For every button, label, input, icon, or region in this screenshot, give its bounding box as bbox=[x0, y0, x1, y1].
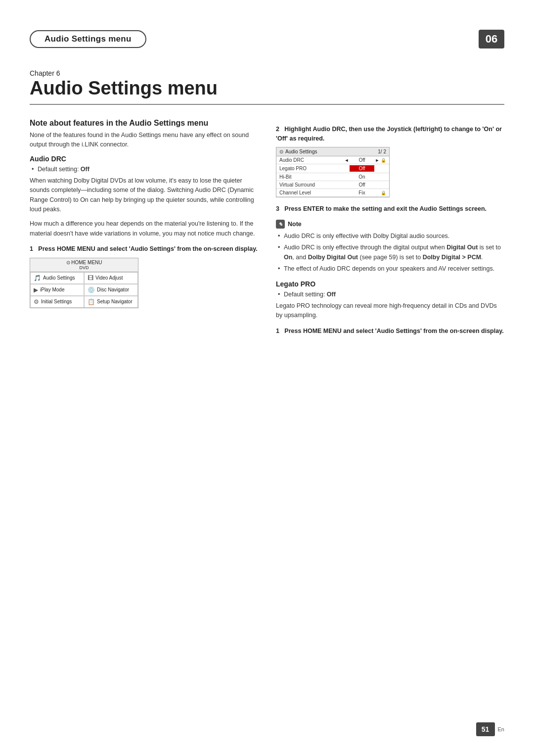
video-adjust-icon: 🎞 bbox=[88, 275, 93, 282]
audio-row-drc-label: Audio DRC bbox=[279, 157, 344, 163]
audio-row-drc-icon: 🔒 bbox=[380, 158, 386, 163]
disc-nav-icon: 💿 bbox=[88, 286, 95, 293]
legato-heading: Legato PRO bbox=[276, 280, 504, 288]
home-menu-subtitle: DVD bbox=[79, 265, 89, 270]
note-icon: ✎ bbox=[276, 220, 285, 229]
step1-heading: 1 Press HOME MENU and select 'Audio Sett… bbox=[30, 244, 258, 254]
page-number: 51 bbox=[476, 722, 495, 736]
menu-grid: 🎵 Audio Settings 🎞 Video Adjust ▶ iPlay … bbox=[30, 272, 138, 308]
legato-default: Default setting: Off bbox=[276, 290, 504, 299]
audio-page-indicator: 1/ 2 bbox=[378, 149, 386, 154]
audio-row-channel-value: Fix bbox=[350, 190, 374, 195]
header-title: Audio Settings menu bbox=[30, 30, 146, 48]
legato-body: Legato PRO technology can reveal more hi… bbox=[276, 301, 504, 321]
audio-settings-screenshot: ⊙ Audio Settings 1/ 2 Audio DRC ◄ Off ► … bbox=[276, 147, 390, 197]
audio-row-legato-label: Legato PRO bbox=[279, 166, 344, 171]
menu-cell-iplay-label: iPlay Mode bbox=[40, 287, 64, 292]
note-header: ✎ Note bbox=[276, 220, 504, 229]
chapter-label: Chapter 6 bbox=[30, 69, 504, 77]
menu-cell-disc-label: Disc Navigator bbox=[97, 287, 129, 292]
note-bullet-2: Audio DRC is only effective through the … bbox=[276, 243, 504, 262]
audio-row-channel-icon: 🔒 bbox=[380, 190, 386, 195]
note-about-body: None of the features found in the Audio … bbox=[30, 131, 258, 150]
initial-settings-icon: ⚙ bbox=[34, 298, 39, 305]
audio-settings-screen-icon: ⊙ bbox=[279, 149, 283, 154]
audio-row-drc-right-arrow: ► bbox=[374, 158, 380, 163]
right-column: 2 Highlight Audio DRC, then use the Joys… bbox=[276, 119, 504, 340]
home-menu-screenshot: ⊙ HOME MENU DVD 🎵 Audio Settings 🎞 Video… bbox=[30, 258, 138, 308]
note-box: ✎ Note Audio DRC is only effective with … bbox=[276, 220, 504, 274]
audio-row-hibit-value: On bbox=[350, 174, 374, 180]
audio-row-virtual-value: Off bbox=[350, 182, 374, 188]
footer: 51 En bbox=[30, 722, 504, 736]
audio-drc-body1: When watching Dolby Digital DVDs at low … bbox=[30, 176, 258, 215]
note-about-heading: Note about features in the Audio Setting… bbox=[30, 119, 258, 128]
left-column: Note about features in the Audio Setting… bbox=[30, 119, 258, 340]
menu-cell-initial-label: Initial Settings bbox=[41, 299, 72, 304]
audio-row-virtual: Virtual Surround Off bbox=[276, 181, 389, 189]
step2-heading: 2 Highlight Audio DRC, then use the Joys… bbox=[276, 125, 504, 143]
audio-row-virtual-label: Virtual Surround bbox=[279, 182, 344, 188]
audio-row-drc-value: Off bbox=[350, 157, 374, 163]
legato-step1: 1 Press HOME MENU and select 'Audio Sett… bbox=[276, 327, 504, 336]
audio-row-channel: Channel Level Fix 🔒 bbox=[276, 189, 389, 197]
menu-cell-video-adjust: 🎞 Video Adjust bbox=[84, 272, 138, 284]
iplay-icon: ▶ bbox=[34, 286, 38, 293]
audio-screenshot-header: ⊙ Audio Settings 1/ 2 bbox=[276, 147, 389, 156]
audio-row-drc: Audio DRC ◄ Off ► 🔒 bbox=[276, 156, 389, 164]
audio-drc-default: Default setting: Off bbox=[30, 165, 258, 174]
home-menu-icon: ⊙ HOME MENU bbox=[66, 260, 102, 265]
audio-header-left: ⊙ Audio Settings bbox=[279, 149, 317, 154]
audio-row-legato: Legato PRO Off bbox=[276, 164, 389, 173]
audio-drc-heading: Audio DRC bbox=[30, 155, 258, 163]
header-bar: Audio Settings menu 06 bbox=[30, 30, 504, 48]
main-content: Chapter 6 Audio Settings menu Note about… bbox=[30, 69, 504, 339]
note-bullet-3: The effect of Audio DRC depends on your … bbox=[276, 264, 504, 274]
note-label: Note bbox=[288, 221, 302, 228]
home-menu-title: ⊙ HOME MENU DVD bbox=[30, 258, 138, 272]
note-bullet-1: Audio DRC is only effective with Dolby D… bbox=[276, 232, 504, 241]
setup-nav-icon: 📋 bbox=[88, 298, 95, 305]
audio-row-hibit: Hi-Bit On bbox=[276, 173, 389, 181]
menu-cell-setup-nav: 📋 Setup Navigator bbox=[84, 296, 138, 308]
two-column-layout: Note about features in the Audio Setting… bbox=[30, 119, 504, 340]
page-lang: En bbox=[498, 726, 504, 732]
audio-drc-body2: How much a difference you hear depends o… bbox=[30, 219, 258, 238]
audio-row-channel-label: Channel Level bbox=[279, 190, 344, 195]
chapter-number: 06 bbox=[479, 30, 504, 48]
menu-cell-initial: ⚙ Initial Settings bbox=[30, 296, 84, 308]
menu-cell-setup-label: Setup Navigator bbox=[97, 299, 133, 304]
audio-row-drc-left-arrow: ◄ bbox=[344, 158, 350, 163]
page-title: Audio Settings menu bbox=[30, 78, 504, 105]
menu-cell-iplay: ▶ iPlay Mode bbox=[30, 284, 84, 296]
menu-cell-audio-label: Audio Settings bbox=[43, 275, 75, 281]
menu-cell-disc-nav: 💿 Disc Navigator bbox=[84, 284, 138, 296]
audio-row-legato-value: Off bbox=[350, 165, 374, 172]
menu-cell-video-label: Video Adjust bbox=[95, 275, 123, 281]
audio-settings-screen-title: Audio Settings bbox=[285, 149, 317, 154]
audio-row-hibit-label: Hi-Bit bbox=[279, 174, 344, 180]
menu-cell-audio-settings: 🎵 Audio Settings bbox=[30, 272, 84, 284]
audio-settings-icon: 🎵 bbox=[34, 275, 41, 282]
step3-heading: 3 Press ENTER to make the setting and ex… bbox=[276, 204, 504, 214]
